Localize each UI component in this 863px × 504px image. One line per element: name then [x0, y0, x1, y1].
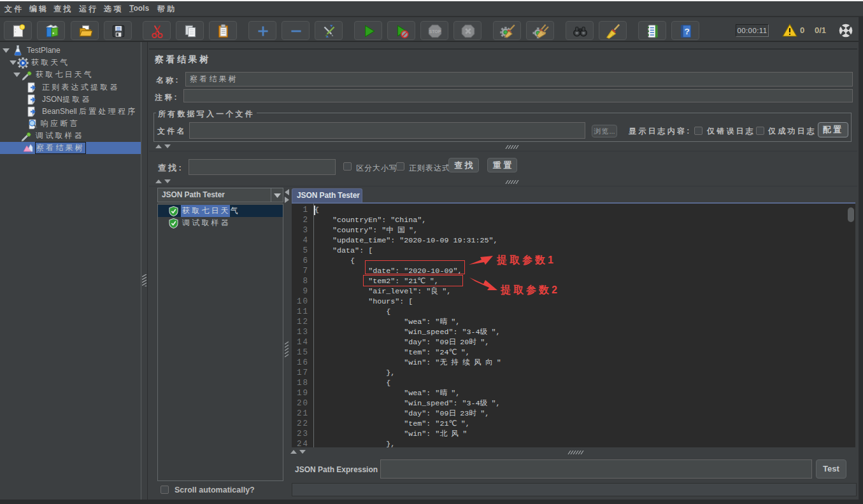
svg-text:STOP: STOP — [429, 29, 441, 34]
svg-text:?: ? — [684, 27, 689, 36]
